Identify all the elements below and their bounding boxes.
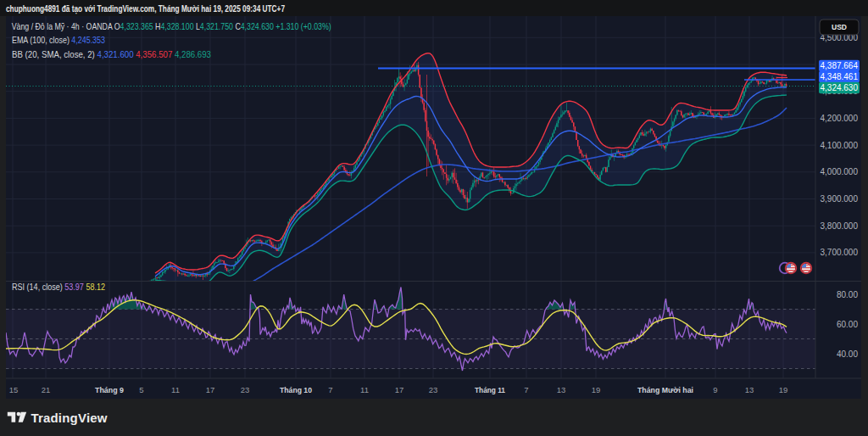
svg-text:15: 15 [9,385,19,394]
svg-text:Tháng 11: Tháng 11 [475,385,506,394]
svg-text:3,900.000: 3,900.000 [821,194,859,204]
svg-text:23: 23 [241,385,250,394]
svg-text:21: 21 [42,385,51,394]
svg-text:23: 23 [429,385,438,394]
svg-text:7: 7 [328,385,332,394]
svg-text:80.00: 80.00 [837,290,858,299]
svg-text:4,000.000: 4,000.000 [821,167,859,176]
svg-text:11: 11 [171,385,180,394]
svg-text:60.00: 60.00 [837,320,858,329]
svg-text:RSI (14, close) 53.97 58.12: RSI (14, close) 53.97 58.12 [12,282,105,292]
svg-text:5: 5 [139,385,143,394]
svg-text:13: 13 [557,385,566,394]
svg-text:Tháng 9: Tháng 9 [95,385,124,394]
svg-text:19: 19 [592,385,601,394]
svg-text:4,387.664: 4,387.664 [821,61,859,70]
svg-text:7: 7 [524,385,528,394]
svg-text:Tháng Mười hai: Tháng Mười hai [637,385,693,394]
svg-text:17: 17 [206,385,215,394]
svg-text:TradingView: TradingView [31,411,107,425]
svg-text:17: 17 [395,385,404,394]
svg-text:4,324.630: 4,324.630 [821,83,859,92]
svg-text:USD: USD [832,23,847,31]
svg-text:4,200.000: 4,200.000 [821,114,859,123]
svg-text:Tháng 10: Tháng 10 [280,385,312,394]
svg-text:11: 11 [360,385,369,394]
svg-text:3,700.000: 3,700.000 [821,248,859,257]
svg-text:19: 19 [779,385,788,394]
svg-text:Vàng / Đô la Mỹ · 4h · OANDA: Vàng / Đô la Mỹ · 4h · OANDA O4,323.365 … [12,21,331,31]
svg-text:9: 9 [713,385,717,394]
svg-text:40.00: 40.00 [837,349,858,359]
svg-text:EMA (100, close) 4,245.353: EMA (100, close) 4,245.353 [12,35,105,45]
svg-text:chuphuong4891 đã tạo với Tradi: chuphuong4891 đã tạo với TradingView.com… [6,3,285,14]
svg-text:13: 13 [745,385,754,394]
svg-text:BB (20, SMA, close, 2) 4,321.6: BB (20, SMA, close, 2) 4,321.600 4,356.5… [12,49,211,59]
svg-text:4,348.461: 4,348.461 [821,72,859,81]
svg-text:3,800.000: 3,800.000 [821,221,859,231]
svg-text:4,100.000: 4,100.000 [821,141,859,150]
